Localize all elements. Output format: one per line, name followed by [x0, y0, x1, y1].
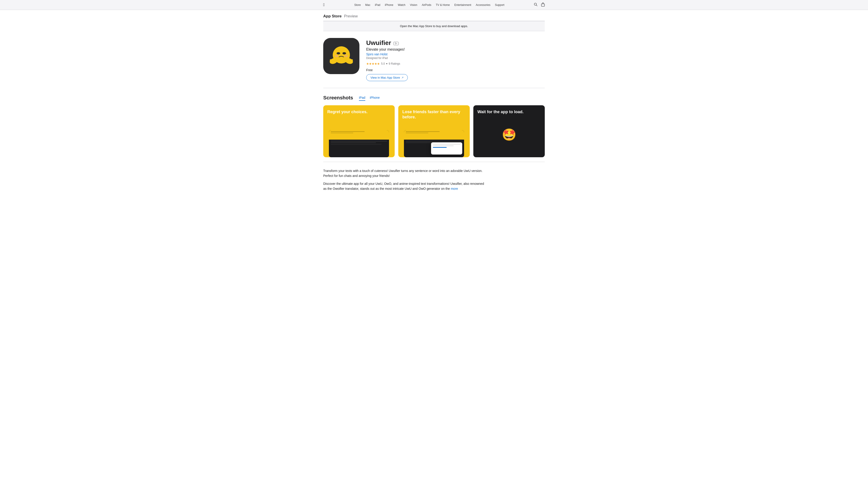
nav-accessories[interactable]: Accessories: [473, 3, 493, 6]
screenshots-grid: Regret your choices.: [323, 105, 545, 157]
screen-body-1: [329, 140, 389, 157]
apple-logo[interactable]: : [323, 2, 325, 7]
app-icon-wrapper: [323, 38, 360, 81]
breadcrumb-preview: Preview: [343, 14, 358, 18]
screenshot-1-text: Regret your choices.: [323, 105, 395, 117]
app-info-section: Uwuifier 9+ Elevate your messages! Sjors…: [323, 31, 545, 88]
age-rating-badge: 9+: [393, 42, 399, 45]
screenshot-3-text: Wait for the app to load.: [473, 105, 545, 117]
device-mockup-1: [329, 130, 389, 157]
breadcrumb: App Store Preview: [323, 10, 545, 21]
screenshot-1-device: [323, 117, 395, 157]
screenshots-title: Screenshots: [323, 95, 353, 101]
description-paragraph-1: Transform your texts with a touch of cut…: [323, 168, 486, 178]
nav-watch[interactable]: Watch: [396, 3, 408, 6]
nav-tv-home[interactable]: TV & Home: [434, 3, 452, 6]
app-developer-link[interactable]: Sjors van Holst: [366, 53, 545, 56]
tab-ipad[interactable]: iPad: [359, 95, 365, 101]
tab-iphone[interactable]: iPhone: [370, 95, 380, 101]
body-line-3: [331, 144, 381, 144]
nav-ipad[interactable]: iPad: [373, 3, 383, 6]
body-line-2: [331, 142, 376, 143]
screen-header-2: [404, 130, 464, 140]
rating-row: ★★★★★ 5.0 • 9 Ratings: [366, 62, 545, 66]
screenshot-1: Regret your choices.: [323, 105, 395, 157]
screenshot-2-text: Lose friends faster than every before.: [398, 105, 470, 122]
body-line-1: [331, 141, 387, 141]
app-icon: [323, 38, 360, 74]
rating-number: 5.0: [381, 62, 385, 65]
app-icon-graphic: [328, 42, 355, 70]
body-line-4: [406, 141, 462, 141]
description-truncation: e: [448, 187, 451, 191]
screen-line-3: [406, 131, 440, 132]
nav-support[interactable]: Support: [493, 3, 506, 6]
svg-line-1: [536, 5, 537, 6]
popup-line-blue: [433, 147, 447, 148]
screen-line-1: [331, 131, 365, 132]
svg-rect-2: [541, 4, 545, 6]
app-title: Uwuifier: [366, 39, 391, 46]
svg-point-4: [337, 52, 340, 55]
screen-line-2: [331, 133, 353, 133]
device-screen-1: [329, 130, 389, 157]
svg-point-10: [335, 55, 338, 57]
description-paragraph-2: Discover the ultimate app for all your U…: [323, 181, 486, 191]
nav-store[interactable]: Store: [352, 3, 363, 6]
rating-dot: •: [386, 62, 388, 66]
popup-overlay: [431, 142, 463, 155]
screenshot-2-device: [398, 122, 470, 157]
device-mockup-2: [404, 130, 464, 157]
bag-icon: [541, 2, 545, 6]
main-content: App Store Preview Open the Mac App Store…: [323, 10, 545, 203]
screenshot-3: Wait for the app to load. 🤩: [473, 105, 545, 157]
view-in-mac-app-store-button[interactable]: View in Mac App Store ↗: [366, 74, 408, 81]
nav-mac[interactable]: Mac: [363, 3, 373, 6]
description-paragraph-2-text: Discover the ultimate app for all your U…: [323, 182, 484, 191]
screenshot-2: Lose friends faster than every before.: [398, 105, 470, 157]
nav-vision[interactable]: Vision: [408, 3, 419, 6]
rating-count: 9 Ratings: [389, 62, 400, 65]
nav-entertainment[interactable]: Entertainment: [452, 3, 473, 6]
popup-line-1: [433, 144, 461, 144]
app-title-row: Uwuifier 9+: [366, 39, 545, 46]
screen-line-4: [406, 133, 428, 133]
search-icon: [534, 3, 537, 6]
popup-line-2: [433, 145, 454, 146]
svg-point-5: [342, 52, 346, 55]
rating-stars: ★★★★★: [366, 62, 380, 66]
bag-button[interactable]: [541, 2, 545, 7]
nav-iphone[interactable]: iPhone: [383, 3, 396, 6]
more-link[interactable]: more: [451, 187, 458, 191]
app-subtitle: Elevate your messages!: [366, 47, 545, 52]
view-btn-label: View in Mac App Store: [370, 76, 400, 79]
external-link-icon: ↗: [401, 76, 403, 79]
price-label: Free: [366, 68, 545, 72]
nav-airpods[interactable]: AirPods: [420, 3, 434, 6]
screenshot-3-device: 🤩: [473, 117, 545, 157]
nav-links: Store Mac iPad iPhone Watch Vision AirPo…: [352, 3, 506, 6]
screen-header-1: [329, 130, 389, 140]
screenshots-section: Screenshots iPad iPhone Regret your choi…: [323, 88, 545, 162]
mac-app-store-banner: Open the Mac App Store to buy and downlo…: [323, 21, 545, 31]
loading-emoji: 🤩: [502, 128, 517, 146]
search-button[interactable]: [534, 3, 537, 7]
description-text: Transform your texts with a touch of cut…: [323, 168, 486, 191]
app-designed-for: Designed for iPad: [366, 57, 545, 60]
description-section: Transform your texts with a touch of cut…: [323, 162, 545, 191]
navigation:  Store Mac iPad iPhone Watch Vision Air…: [0, 0, 868, 10]
breadcrumb-store: App Store: [323, 14, 342, 18]
svg-point-11: [344, 55, 348, 57]
screenshots-header: Screenshots iPad iPhone: [323, 95, 545, 101]
banner-text: Open the Mac App Store to buy and downlo…: [400, 24, 468, 28]
app-details: Uwuifier 9+ Elevate your messages! Sjors…: [366, 38, 545, 81]
nav-icons: [534, 2, 545, 7]
